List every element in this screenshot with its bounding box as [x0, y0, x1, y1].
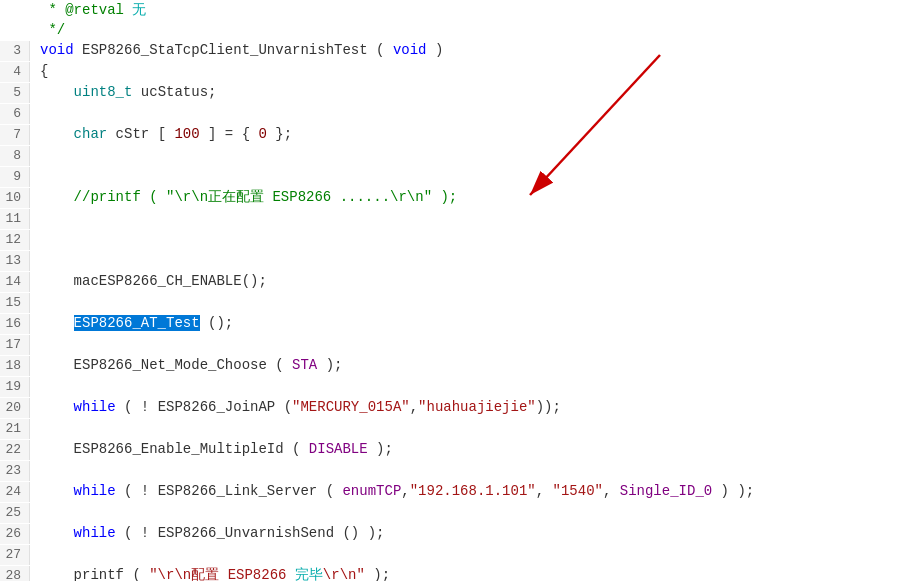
line-number: 10 [0, 188, 30, 208]
code-line: 27 [0, 544, 921, 565]
code-line: 21 [0, 418, 921, 439]
code-line: 18 ESP8266_Net_Mode_Choose ( STA ); [0, 355, 921, 376]
code-line: 6 [0, 103, 921, 124]
line-number: 20 [0, 398, 30, 418]
code-line: 24 while ( ! ESP8266_Link_Server ( enumT… [0, 481, 921, 502]
code-line: 4 { [0, 61, 921, 82]
code-line: 11 [0, 208, 921, 229]
highlight-esp8266-at-test: ESP8266_AT_Test [74, 315, 200, 331]
code-line: 9 [0, 166, 921, 187]
line-content: printf ( "\r\n配置 ESP8266 完毕\r\n" ); [30, 565, 921, 581]
line-number: 6 [0, 104, 30, 124]
code-line: 13 [0, 250, 921, 271]
line-content: void ESP8266_StaTcpClient_UnvarnishTest … [30, 40, 921, 60]
code-line: 22 ESP8266_Enable_MultipleId ( DISABLE )… [0, 439, 921, 460]
line-number: 17 [0, 335, 30, 355]
code-line: * @retval 无 [0, 0, 921, 20]
line-content [30, 544, 921, 564]
code-line: 16 ESP8266_AT_Test (); [0, 313, 921, 334]
code-line: 25 [0, 502, 921, 523]
line-content [30, 208, 921, 228]
line-number: 27 [0, 545, 30, 565]
line-number: 26 [0, 524, 30, 544]
line-content [30, 166, 921, 186]
code-line: 5 uint8_t ucStatus; [0, 82, 921, 103]
line-content: while ( ! ESP8266_UnvarnishSend () ); [30, 523, 921, 543]
line-content [30, 292, 921, 312]
line-content: * @retval 无 [30, 0, 921, 20]
line-content: char cStr [ 100 ] = { 0 }; [30, 124, 921, 144]
line-content [30, 376, 921, 396]
line-content [30, 418, 921, 438]
line-content: ESP8266_AT_Test (); [30, 313, 921, 333]
code-line: */ [0, 20, 921, 40]
line-number: 21 [0, 419, 30, 439]
code-line: 14 macESP8266_CH_ENABLE(); [0, 271, 921, 292]
line-number: 13 [0, 251, 30, 271]
line-number: 23 [0, 461, 30, 481]
line-content [30, 460, 921, 480]
line-number: 22 [0, 440, 30, 460]
line-number: 7 [0, 125, 30, 145]
line-content: while ( ! ESP8266_JoinAP ("MERCURY_015A"… [30, 397, 921, 417]
code-line: 20 while ( ! ESP8266_JoinAP ("MERCURY_01… [0, 397, 921, 418]
code-line: 19 [0, 376, 921, 397]
code-line: 12 [0, 229, 921, 250]
code-line: 8 [0, 145, 921, 166]
line-content [30, 334, 921, 354]
code-line: 15 [0, 292, 921, 313]
code-line: 10 //printf ( "\r\n正在配置 ESP8266 ......\r… [0, 187, 921, 208]
line-content: //printf ( "\r\n正在配置 ESP8266 ......\r\n"… [30, 187, 921, 207]
line-content [30, 502, 921, 522]
line-number: 14 [0, 272, 30, 292]
line-number: 11 [0, 209, 30, 229]
line-content: uint8_t ucStatus; [30, 82, 921, 102]
line-content: { [30, 61, 921, 81]
line-content: ESP8266_Enable_MultipleId ( DISABLE ); [30, 439, 921, 459]
code-line: 3 void ESP8266_StaTcpClient_UnvarnishTes… [0, 40, 921, 61]
line-content [30, 229, 921, 249]
line-number: 19 [0, 377, 30, 397]
line-number: 24 [0, 482, 30, 502]
code-line: 17 [0, 334, 921, 355]
line-number: 9 [0, 167, 30, 187]
code-line: 26 while ( ! ESP8266_UnvarnishSend () ); [0, 523, 921, 544]
line-number: 25 [0, 503, 30, 523]
line-content [30, 103, 921, 123]
line-content: ESP8266_Net_Mode_Choose ( STA ); [30, 355, 921, 375]
line-number: 12 [0, 230, 30, 250]
line-number: 3 [0, 41, 30, 61]
code-line: 28 printf ( "\r\n配置 ESP8266 完毕\r\n" ); [0, 565, 921, 581]
line-content: macESP8266_CH_ENABLE(); [30, 271, 921, 291]
code-line: 23 [0, 460, 921, 481]
line-content: */ [30, 20, 921, 40]
line-content: while ( ! ESP8266_Link_Server ( enumTCP,… [30, 481, 921, 501]
line-content [30, 250, 921, 270]
line-number: 28 [0, 566, 30, 581]
line-number: 16 [0, 314, 30, 334]
line-content [30, 145, 921, 165]
line-number: 8 [0, 146, 30, 166]
line-number: 18 [0, 356, 30, 376]
code-editor: * @retval 无 */ 3 void ESP8266_StaTcpClie… [0, 0, 921, 581]
line-number: 15 [0, 293, 30, 313]
line-number: 4 [0, 62, 30, 82]
code-line: 7 char cStr [ 100 ] = { 0 }; [0, 124, 921, 145]
line-container: * @retval 无 */ 3 void ESP8266_StaTcpClie… [0, 0, 921, 581]
line-number: 5 [0, 83, 30, 103]
